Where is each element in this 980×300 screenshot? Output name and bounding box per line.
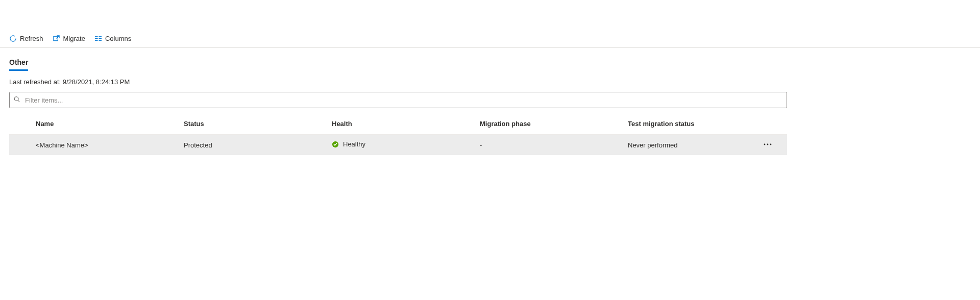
col-name[interactable]: Name (35, 120, 183, 128)
last-refreshed-time: 9/28/2021, 8:24:13 PM (63, 78, 130, 86)
col-health[interactable]: Health (331, 120, 479, 128)
cell-test-migration-status: Never performed (627, 141, 756, 149)
tab-other[interactable]: Other (9, 58, 28, 71)
content-area: Other Last refreshed at: 9/28/2021, 8:24… (0, 48, 980, 155)
refresh-icon (9, 35, 17, 42)
col-migration-phase[interactable]: Migration phase (479, 120, 627, 128)
migrate-icon (53, 35, 60, 42)
machines-table: Name Status Health Migration phase Test … (9, 113, 787, 155)
filter-wrap (9, 92, 787, 108)
table-header: Name Status Health Migration phase Test … (9, 113, 787, 135)
cell-migration-phase: - (479, 141, 627, 149)
migrate-button[interactable]: Migrate (53, 35, 85, 42)
refresh-label: Refresh (20, 35, 43, 42)
svg-point-9 (764, 143, 766, 145)
columns-button[interactable]: Columns (94, 35, 131, 42)
cell-name: <Machine Name> (35, 141, 183, 149)
cell-status: Protected (183, 141, 331, 149)
toolbar: Refresh Migrate Columns (0, 31, 980, 48)
tab-bar: Other (9, 58, 971, 71)
svg-point-10 (767, 143, 769, 145)
svg-point-11 (770, 143, 772, 145)
refresh-button[interactable]: Refresh (9, 35, 43, 42)
columns-label: Columns (105, 35, 131, 42)
filter-input[interactable] (9, 92, 787, 108)
row-more-button[interactable] (757, 140, 778, 148)
migrate-label: Migrate (63, 35, 85, 42)
cell-health: Healthy (343, 140, 365, 148)
col-status[interactable]: Status (183, 120, 331, 128)
healthy-icon (332, 141, 339, 148)
last-refreshed-text: Last refreshed at: 9/28/2021, 8:24:13 PM (9, 78, 971, 86)
columns-icon (94, 35, 102, 42)
svg-rect-0 (53, 36, 57, 40)
col-test-migration-status[interactable]: Test migration status (627, 120, 756, 128)
last-refreshed-prefix: Last refreshed at: (9, 78, 63, 86)
table-row[interactable]: <Machine Name> Protected Healthy - Never… (9, 135, 787, 155)
